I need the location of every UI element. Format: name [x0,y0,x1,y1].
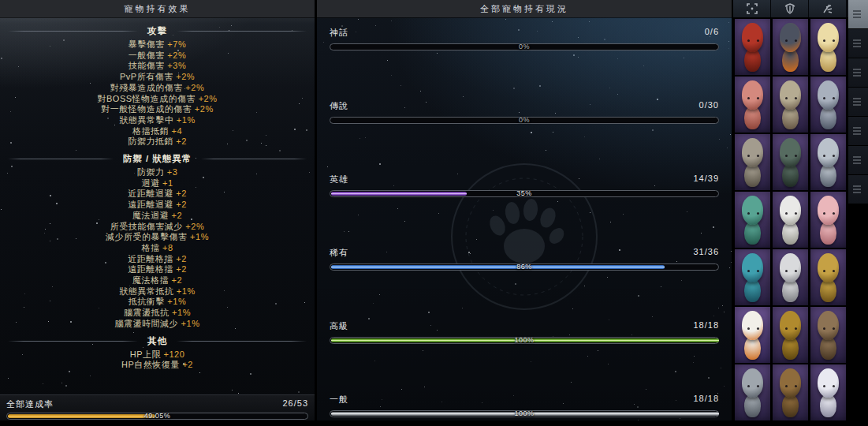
pet-figure-body [744,337,761,361]
pet-figure-body [820,394,836,418]
pet-grid-panel [733,0,868,420]
pet-slot-bronze-knight[interactable] [773,364,808,420]
pet-figure-body [820,49,836,73]
tier-row: 傳說0/300% [330,100,719,124]
pet-slot-pink-finned-beast[interactable] [735,77,770,133]
pet-figure [780,138,802,167]
pet-figure-body [820,106,836,130]
pet-slot-blonde-doll[interactable] [810,19,846,75]
total-achievement-footer: 全部達成率 26/53 49.05% [0,394,315,420]
side-strip-row[interactable] [848,58,868,87]
pet-figure [780,368,802,398]
panel-divider [315,0,317,426]
pet-figure [818,196,840,225]
pet-slot-white-cat-orange-tail[interactable] [735,307,770,363]
effect-value: +2 [182,360,193,369]
effect-value: +8 [162,243,173,252]
side-strip-row[interactable] [848,175,868,204]
effect-item: 防禦力 +3 [0,167,315,178]
section-header-text: 其他 [147,335,167,347]
pet-slot-teal-lion-cub[interactable] [735,249,770,305]
effect-value: +2% [185,83,204,92]
pet-slot-white-haired-elf[interactable] [810,364,846,420]
panel-divider [732,0,733,426]
pet-figure-body [744,106,761,130]
effect-value: +3% [167,61,186,70]
pet-slot-white-ram[interactable] [773,192,808,248]
tab-shield[interactable] [771,0,809,17]
achievement-progressbar: 49.05% [6,413,308,420]
pet-slot-viking-dwarf[interactable] [773,77,808,133]
effect-value: +2% [176,72,195,81]
effect-label: 腦震盪時間減少 [115,319,179,328]
pet-figure-body [782,49,799,73]
side-strip-row[interactable] [848,88,868,116]
effect-item: 技能傷害 +3% [0,61,315,72]
progress-text: 0% [330,43,718,50]
effect-value: +1% [190,232,209,241]
pet-figure [780,196,802,225]
effect-value: +4 [172,126,183,136]
pet-slot-white-box-knight[interactable] [773,249,808,305]
tier-row: 高級18/18100% [330,320,719,344]
pet-slot-silver-valkyrie[interactable] [810,77,846,133]
effect-item: 減少所受的暴擊傷害 +1% [0,232,315,243]
effect-item: 所受技能傷害減少 +2% [0,222,315,233]
pet-figure-body [782,222,799,245]
tab-rune[interactable] [809,0,847,17]
section-header: 攻擊 [8,25,307,37]
effect-label: 迴避 [141,178,159,188]
pet-slot-gray-gargoyle[interactable] [735,364,770,420]
effect-value: +2 [176,264,187,274]
effect-label: 格擋抵銷 [132,126,169,136]
effect-label: HP自然恢復量 [121,360,180,369]
tier-row: 一般18/18100% [330,394,719,417]
effect-item: 對殘暴造成的傷害 +2% [0,83,315,94]
pet-slot-dark-knight-helm[interactable] [773,19,808,75]
effect-label: PvP所有傷害 [120,72,173,81]
effects-list: 攻擊暴擊傷害 +7%一般傷害 +2%技能傷害 +3%PvP所有傷害 +2%對殘暴… [0,17,315,371]
effect-label: 遠距離迴避 [128,200,173,209]
pet-effects-panel-title: 寵物持有效果 [0,0,315,17]
pet-slot-pink-pig[interactable] [810,192,846,248]
effect-label: 對一般怪物造成的傷害 [101,104,192,114]
side-menu-strip [848,0,868,420]
pet-grid-tabs [733,0,848,17]
pet-figure [742,196,764,225]
effect-label: 狀態異常抵抗 [119,286,173,296]
effect-item: 格擋 +8 [0,243,315,254]
section-header: 其他 [8,335,307,347]
pet-slot-glow-eyed-treant[interactable] [773,134,808,190]
tab-frame[interactable] [733,0,771,17]
pet-slot-brown-haired-doll[interactable] [810,307,846,363]
pet-grid [735,19,846,420]
progress-text: 86% [330,263,718,271]
effect-label: HP上限 [130,349,161,359]
pet-slot-gold-warrior[interactable] [810,249,846,305]
pet-slot-teal-dragon-pup[interactable] [735,192,770,248]
side-strip-row[interactable] [848,117,868,145]
pet-figure [742,311,764,340]
pet-figure-body [744,394,761,418]
pet-figure [818,138,840,167]
pet-slot-red-lion[interactable] [735,19,770,75]
effect-value: +2 [176,136,187,146]
pet-figure-body [782,106,799,130]
effect-item: PvP所有傷害 +2% [0,72,315,83]
side-strip-row[interactable] [848,0,868,28]
tier-count: 31/36 [693,247,719,259]
effect-item: 暴擊傷害 +7% [0,39,315,50]
pet-slot-gray-sabertooth[interactable] [735,134,770,190]
effect-value: +2% [199,94,218,103]
side-strip-row[interactable] [848,29,868,58]
effect-item: 一般傷害 +2% [0,50,315,62]
effect-value: +7% [167,39,186,49]
pet-slot-gold-gladiator-helm[interactable] [773,307,808,363]
side-strip-row[interactable] [848,146,868,174]
section-header: 防禦 / 狀態異常 [8,153,307,165]
section-header-text: 防禦 / 狀態異常 [123,153,192,165]
pet-figure [742,253,764,282]
pet-slot-silver-armored-beast[interactable] [810,134,846,190]
pet-collection-screen: 寵物持有效果 攻擊暴擊傷害 +7%一般傷害 +2%技能傷害 +3%PvP所有傷害… [0,0,868,426]
effect-value: +2% [167,50,186,60]
